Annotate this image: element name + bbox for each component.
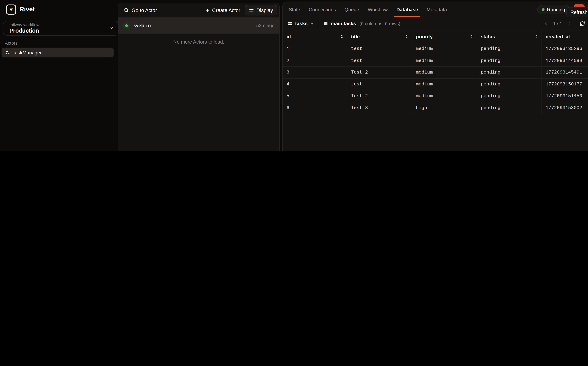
column-label: id	[286, 33, 291, 39]
table-cell: 1772093153002	[542, 102, 588, 114]
table-cell: Test 2	[347, 90, 412, 102]
table-cell: 1772093151450	[542, 90, 588, 102]
tab-connections[interactable]: Connections	[306, 2, 338, 17]
column-label: created_at	[546, 33, 570, 39]
column-header-created-at[interactable]: created_at	[542, 30, 588, 43]
column-label: title	[351, 33, 360, 39]
sort-icon	[404, 34, 409, 39]
page-indicator: 1 / 1	[553, 21, 562, 26]
table-cell: 1772093144099	[542, 55, 588, 66]
empty-list-message: No more Actors to load.	[118, 39, 280, 45]
table-body: 1 test medium pending 1772093135296 2 te…	[283, 43, 588, 114]
workspace-value: Production	[9, 27, 118, 34]
status-dot-running	[123, 22, 130, 29]
create-actor-button[interactable]: Create Actor	[205, 7, 240, 13]
actor-detail-panel: State Connections Queue Workflow Databas…	[283, 1, 588, 151]
grid-icon	[323, 21, 328, 26]
table-row[interactable]: 1 test medium pending 1772093135296	[283, 43, 588, 55]
plus-icon	[205, 8, 210, 13]
go-to-actor-search[interactable]: Go to Actor	[124, 7, 200, 13]
table-row[interactable]: 4 test medium pending 1772093150177	[283, 79, 588, 90]
status-badge: Running	[537, 5, 570, 14]
table-meta: (6 columns, 6 rows)	[359, 21, 400, 26]
table-cell: test	[347, 55, 412, 66]
brand-name: Rivet	[19, 6, 35, 13]
table-cell: 3	[283, 67, 347, 78]
table-row[interactable]: 2 test medium pending 1772093144099	[283, 55, 588, 67]
chevron-right-icon[interactable]	[567, 21, 572, 26]
table-cell: 1	[283, 43, 347, 54]
actor-list-item-web-ui[interactable]: web-ui 53m ago	[118, 18, 280, 34]
workspace-selector[interactable]: railway workflow Production	[3, 21, 119, 36]
database-toolbar: tasks main.tasks (6 columns, 6 rows) 1 /…	[283, 17, 588, 30]
sidebar-item-label: taskManager	[14, 50, 42, 55]
search-icon	[124, 8, 129, 13]
table-cell: Test 3	[347, 102, 412, 114]
display-button[interactable]: Display	[245, 5, 277, 15]
column-header-priority[interactable]: priority	[412, 30, 477, 43]
table-cell: medium	[412, 67, 477, 78]
table-cell: pending	[477, 55, 542, 66]
sort-icon	[339, 34, 344, 39]
table-cell: high	[412, 102, 477, 114]
detail-tabs-bar: State Connections Queue Workflow Databas…	[283, 2, 588, 17]
tab-metadata[interactable]: Metadata	[424, 2, 449, 17]
column-label: status	[481, 33, 495, 39]
actor-last-active: 53m ago	[256, 23, 275, 28]
app-window: R Rivet railway workflow Production Acto…	[0, 0, 588, 151]
table-selector-dropdown[interactable]: tasks	[283, 17, 319, 30]
refresh-icon[interactable]	[580, 21, 585, 26]
table-cell: 5	[283, 90, 347, 102]
column-header-status[interactable]: status	[477, 30, 542, 43]
search-label: Go to Actor	[132, 7, 157, 13]
sidebar: R Rivet railway workflow Production Acto…	[0, 0, 115, 151]
rivet-logo-icon: R	[6, 4, 16, 15]
workspace-label: railway workflow	[9, 23, 118, 28]
table-cell: pending	[477, 67, 542, 78]
column-header-title[interactable]: title	[347, 30, 412, 43]
table-cell: pending	[477, 102, 542, 114]
table-cell: medium	[412, 43, 477, 54]
table-cell: pending	[477, 43, 542, 54]
table-icon	[287, 21, 292, 26]
table-cell: pending	[477, 90, 542, 102]
table-cell: 4	[283, 79, 347, 90]
table-row[interactable]: 6 Test 3 high pending 1772093153002	[283, 102, 588, 114]
tab-workflow[interactable]: Workflow	[366, 2, 390, 17]
column-label: priority	[416, 33, 433, 39]
table-cell: medium	[412, 90, 477, 102]
chevron-left-icon[interactable]	[543, 21, 548, 26]
table-row[interactable]: 3 Test 2 medium pending 1772093145491	[283, 67, 588, 78]
table-cell: 2	[283, 55, 347, 66]
table-cell: 6	[283, 102, 347, 114]
pagination: 1 / 1	[538, 17, 588, 30]
table-reference: main.tasks (6 columns, 6 rows)	[319, 17, 538, 30]
sidebar-item-taskmanager[interactable]: taskManager	[1, 48, 114, 57]
table-cell: 1772093135296	[542, 43, 588, 54]
table-cell: 1772093145491	[542, 67, 588, 78]
table-row[interactable]: 5 Test 2 medium pending 1772093151450	[283, 90, 588, 102]
actor-name: web-ui	[134, 23, 151, 29]
status-label: Running	[547, 7, 565, 12]
tab-database[interactable]: Database	[394, 2, 420, 17]
table-cell: test	[347, 43, 412, 54]
table-cell: medium	[412, 79, 477, 90]
actors-section-label: Actors	[5, 40, 18, 46]
column-header-id[interactable]: id	[283, 30, 347, 43]
status-dot-icon	[542, 8, 544, 11]
refresh-tooltip: Refresh	[566, 7, 588, 17]
sliders-icon	[249, 8, 254, 13]
table-ref-name: main.tasks	[331, 21, 356, 26]
sort-icon	[469, 34, 474, 39]
tab-queue[interactable]: Queue	[342, 2, 361, 17]
create-actor-label: Create Actor	[212, 7, 240, 13]
table-cell: Test 2	[347, 67, 412, 78]
chevron-down-icon	[310, 21, 314, 25]
actor-list-header: Go to Actor Create Actor Display	[118, 3, 280, 18]
display-label: Display	[256, 7, 273, 13]
actor-icon	[5, 50, 10, 55]
sort-icon	[534, 34, 539, 39]
table-cell: 1772093150177	[542, 79, 588, 90]
table-header-row: id title priority status created_at	[283, 30, 588, 43]
tab-state[interactable]: State	[286, 2, 302, 17]
